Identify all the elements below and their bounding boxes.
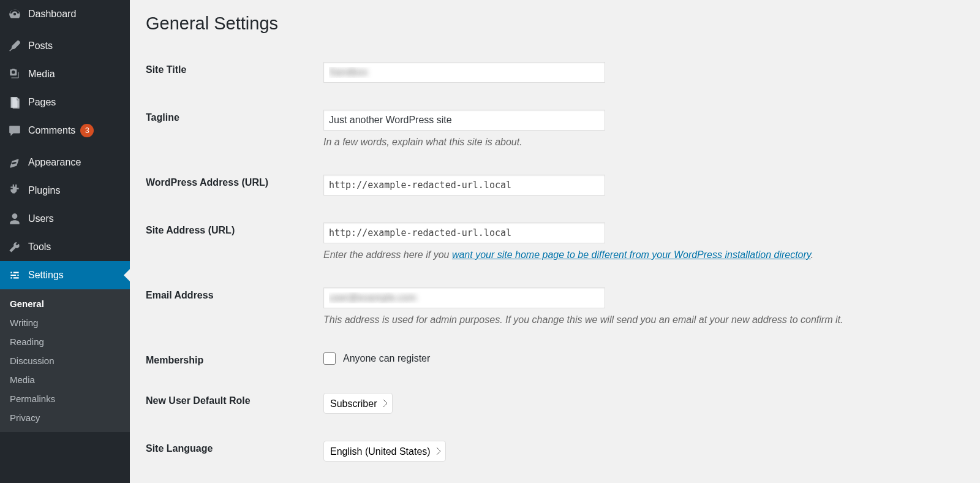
submenu-item-discussion[interactable]: Discussion [0, 351, 130, 370]
main-content: General Settings Site Title Tagline In a… [130, 0, 980, 483]
sidebar-item-label: Media [28, 69, 55, 80]
pin-icon [7, 39, 22, 53]
settings-icon [7, 268, 22, 283]
sidebar-item-label: Users [28, 213, 54, 224]
settings-form: Site Title Tagline In a few words, expla… [146, 48, 964, 475]
svg-rect-1 [13, 98, 20, 109]
settings-submenu: General Writing Reading Discussion Media… [0, 289, 130, 432]
membership-checkbox-label[interactable]: Anyone can register [343, 353, 430, 364]
sidebar-item-users[interactable]: Users [0, 205, 130, 233]
submenu-item-reading[interactable]: Reading [0, 332, 130, 351]
sidebar-item-comments[interactable]: Comments 3 [0, 116, 130, 145]
tagline-label: Tagline [146, 110, 323, 123]
media-icon [7, 67, 22, 82]
default-role-select[interactable]: Subscriber [323, 393, 393, 414]
site-address-input[interactable] [323, 222, 605, 243]
submenu-item-privacy[interactable]: Privacy [0, 408, 130, 427]
submenu-item-writing[interactable]: Writing [0, 313, 130, 332]
sidebar-item-settings[interactable]: Settings [0, 261, 130, 289]
page-title: General Settings [146, 13, 964, 34]
default-role-label: New User Default Role [146, 393, 323, 406]
site-address-label: Site Address (URL) [146, 222, 323, 236]
pages-icon [7, 95, 22, 110]
site-address-help-link[interactable]: want your site home page to be different… [452, 249, 811, 260]
sidebar-item-pages[interactable]: Pages [0, 88, 130, 116]
sidebar-item-label: Pages [28, 97, 56, 108]
sidebar-item-label: Tools [28, 242, 51, 253]
submenu-item-permalinks[interactable]: Permalinks [0, 389, 130, 408]
sidebar-item-media[interactable]: Media [0, 60, 130, 88]
dashboard-icon [7, 7, 22, 21]
email-label: Email Address [146, 287, 323, 301]
wp-address-input[interactable] [323, 175, 605, 196]
site-address-description: Enter the address here if you want your … [323, 249, 964, 261]
submenu-item-general[interactable]: General [0, 294, 130, 313]
sidebar-item-label: Settings [28, 270, 64, 281]
site-language-select[interactable]: English (United States) [323, 441, 446, 462]
sidebar-item-posts[interactable]: Posts [0, 32, 130, 60]
sidebar-item-label: Plugins [28, 185, 60, 196]
admin-sidebar: Dashboard Posts Media Pages Comments 3 A… [0, 0, 130, 483]
membership-label: Membership [146, 352, 323, 366]
sidebar-item-label: Dashboard [28, 9, 76, 20]
sidebar-item-dashboard[interactable]: Dashboard [0, 0, 130, 28]
site-title-label: Site Title [146, 62, 323, 75]
sidebar-item-appearance[interactable]: Appearance [0, 148, 130, 177]
tools-icon [7, 240, 22, 254]
sidebar-item-label: Comments [28, 125, 75, 136]
comments-badge: 3 [80, 124, 94, 137]
wp-address-label: WordPress Address (URL) [146, 175, 323, 188]
site-title-input[interactable] [323, 62, 605, 83]
tagline-description: In a few words, explain what this site i… [323, 137, 964, 148]
email-description: This address is used for admin purposes.… [323, 314, 964, 325]
sidebar-item-label: Posts [28, 40, 53, 51]
sidebar-item-plugins[interactable]: Plugins [0, 177, 130, 205]
appearance-icon [7, 155, 22, 170]
comments-icon [7, 123, 22, 138]
email-input[interactable] [323, 287, 605, 308]
site-language-label: Site Language [146, 441, 323, 454]
membership-checkbox[interactable] [323, 352, 336, 365]
tagline-input[interactable] [323, 110, 605, 131]
sidebar-item-label: Appearance [28, 157, 81, 168]
submenu-item-media[interactable]: Media [0, 370, 130, 389]
sidebar-item-tools[interactable]: Tools [0, 233, 130, 261]
users-icon [7, 211, 22, 226]
plugins-icon [7, 183, 22, 198]
